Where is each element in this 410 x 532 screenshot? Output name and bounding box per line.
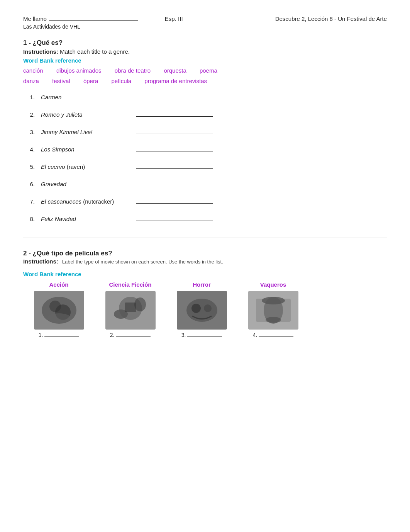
exercise-list-1: 1. Carmen 2. Romeo y Julieta 3. Jimmy Ki… — [23, 94, 387, 222]
name-line — [49, 20, 138, 21]
movie-answer-row-4: 4. — [253, 332, 294, 338]
movie-col-2: Ciencia Ficción 2. — [95, 281, 166, 338]
sub-header: Las Actividades de VHL — [23, 24, 387, 30]
list-item: 6. Gravedad — [23, 181, 387, 187]
wb-word-9: película — [111, 78, 131, 84]
answer-input-m2[interactable] — [116, 337, 151, 337]
movie-num-1: 1. — [39, 332, 43, 338]
list-item: 1. Carmen — [23, 94, 387, 100]
svg-point-18 — [266, 317, 281, 323]
list-item: 4. Los Simpson — [23, 146, 387, 153]
movie-image-4 — [248, 291, 298, 330]
instructions-row: Instructions: Match each title to a genr… — [23, 48, 387, 55]
movie-num-2: 2. — [110, 332, 115, 338]
wb-word-2: dibujos animados — [56, 67, 102, 74]
item-number: 3. — [23, 129, 35, 135]
instructions2-row: Instructions: Label the type of movie sh… — [23, 258, 387, 265]
answer-input-3[interactable] — [136, 134, 213, 134]
page-title: Descubre 2, Lección 8 - Un Festival de A… — [275, 15, 387, 22]
section2-title: 2 - ¿Qué tipo de película es? — [23, 250, 387, 257]
svg-point-4 — [47, 313, 71, 323]
movie-label-3: Horror — [193, 281, 211, 288]
movie-col-1: Acción 1. — [23, 281, 95, 338]
item-number: 5. — [23, 163, 35, 170]
answer-input-m4[interactable] — [259, 337, 293, 337]
answer-input-m1[interactable] — [44, 337, 79, 337]
wb-word-1: canción — [23, 67, 43, 74]
movie-answer-row-2: 2. — [110, 332, 151, 338]
answer-input-5[interactable] — [136, 168, 213, 169]
movie-answer-row-3: 3. — [181, 332, 222, 338]
item-text: El cascanueces (nutcracker) — [41, 198, 126, 205]
wb-word-8: ópera — [83, 78, 98, 84]
wb-word-6: danza — [23, 78, 39, 84]
instructions-label: Instructions: — [23, 48, 58, 55]
item-normal: (nutcracker) — [83, 198, 114, 205]
item-text: Feliz Navidad — [41, 216, 126, 222]
header-row: Me llamo Esp. III Descubre 2, Lección 8 … — [23, 15, 387, 22]
movie-image-1 — [34, 291, 84, 330]
item-normal: (raven) — [67, 163, 85, 170]
instructions2-label: Instructions: — [23, 258, 58, 265]
movie-col-4: Vaqueros 4. — [237, 281, 309, 338]
movie-col-3: Horror 3. — [166, 281, 237, 338]
list-item: 8. Feliz Navidad — [23, 216, 387, 222]
class-label: Esp. III — [165, 15, 183, 22]
answer-input-m3[interactable] — [187, 337, 222, 337]
section-2: 2 - ¿Qué tipo de película es? Instructio… — [23, 250, 387, 338]
section-1: 1 - ¿Qué es? Instructions: Match each ti… — [23, 39, 387, 222]
item-text: El cuervo (raven) — [41, 163, 126, 170]
list-item: 2. Romeo y Julieta — [23, 111, 387, 118]
word-bank-label-1: Word Bank reference — [23, 57, 387, 64]
svg-point-12 — [191, 304, 201, 313]
movie-answer-row-1: 1. — [39, 332, 80, 338]
instructions2-text: Label the type of movie shown on each sc… — [62, 259, 223, 265]
answer-input-8[interactable] — [136, 221, 213, 221]
svg-rect-9 — [125, 303, 136, 312]
item-number: 8. — [23, 216, 35, 222]
movie-num-4: 4. — [253, 332, 258, 338]
movie-label-2: Ciencia Ficción — [109, 281, 151, 288]
page: Me llamo Esp. III Descubre 2, Lección 8 … — [0, 0, 410, 369]
wb-word-3: obra de teatro — [115, 67, 151, 74]
wb-word-4: orquesta — [164, 67, 186, 74]
word-bank-words-1: canción dibujos animados obra de teatro … — [23, 65, 387, 86]
svg-point-13 — [204, 304, 212, 312]
item-number: 6. — [23, 181, 35, 187]
me-llamo-label: Me llamo — [23, 15, 47, 22]
item-text: Los Simpson — [41, 146, 126, 153]
item-number: 2. — [23, 111, 35, 118]
svg-point-17 — [262, 297, 285, 304]
item-number: 4. — [23, 146, 35, 153]
section-divider — [23, 238, 387, 238]
word-bank-label-2: Word Bank reference — [23, 271, 387, 277]
movie-image-2 — [105, 291, 156, 330]
movie-label-1: Acción — [49, 281, 68, 288]
section1-title: 1 - ¿Qué es? — [23, 39, 387, 47]
movie-image-3 — [177, 291, 227, 330]
movie-label-4: Vaqueros — [260, 281, 286, 288]
item-text: Romeo y Julieta — [41, 111, 126, 118]
answer-input-2[interactable] — [136, 116, 213, 117]
answer-input-4[interactable] — [136, 151, 213, 151]
answer-input-1[interactable] — [136, 99, 213, 99]
wb-word-7: festival — [52, 78, 70, 84]
item-text: Gravedad — [41, 181, 126, 187]
list-item: 3. Jimmy Kimmel Live! — [23, 129, 387, 135]
item-number: 7. — [23, 198, 35, 205]
answer-input-7[interactable] — [136, 203, 213, 204]
answer-input-6[interactable] — [136, 186, 213, 186]
item-number: 1. — [23, 94, 35, 100]
wb-word-10: programa de entrevistas — [144, 78, 207, 84]
movie-num-3: 3. — [181, 332, 186, 338]
header-name: Me llamo — [23, 15, 138, 22]
wb-word-5: poema — [200, 67, 217, 74]
list-item: 5. El cuervo (raven) — [23, 163, 387, 170]
item-text: Jimmy Kimmel Live! — [41, 129, 126, 135]
instructions-text: Match each title to a genre. — [60, 48, 130, 55]
section2-heading: - ¿Qué tipo de película es? — [29, 250, 112, 257]
section1-heading: - ¿Qué es? — [29, 39, 63, 46]
item-text: Carmen — [41, 94, 126, 100]
list-item: 7. El cascanueces (nutcracker) — [23, 198, 387, 205]
